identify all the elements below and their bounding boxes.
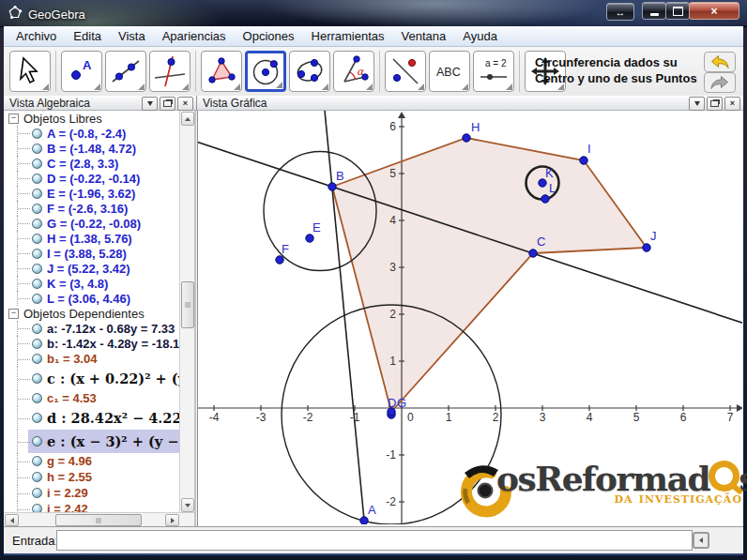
algebra-item-F[interactable]: F = (-2.6, 3.16) — [4, 201, 180, 216]
visibility-marble-icon[interactable] — [32, 219, 42, 229]
visibility-marble-icon[interactable] — [32, 159, 42, 169]
window-swap-button[interactable]: ↔ — [606, 3, 634, 21]
construction-svg[interactable]: -4-3-2-11234567-2-11234560ABCDEFGHIJKL — [198, 111, 742, 524]
point-L[interactable] — [541, 195, 549, 203]
vertical-scroll-thumb[interactable] — [181, 281, 194, 328]
algebra-item-H[interactable]: H = (1.38, 5.76) — [4, 231, 180, 246]
scroll-left-button[interactable] — [5, 514, 19, 526]
tool-polygon[interactable] — [201, 51, 242, 92]
visibility-marble-icon[interactable] — [32, 174, 42, 184]
visibility-marble-icon[interactable] — [32, 393, 42, 403]
window-close-button[interactable]: × — [689, 2, 739, 20]
point-F[interactable] — [276, 256, 283, 264]
algebra-item-b[interactable]: b: -1.42x - 4.28y = -18.1 — [4, 336, 180, 351]
visibility-marble-icon[interactable] — [32, 144, 42, 154]
tool-move[interactable] — [9, 51, 51, 92]
graphics-canvas[interactable]: -4-3-2-11234567-2-11234560ABCDEFGHIJKL o… — [197, 111, 743, 526]
algebra-menu-button[interactable] — [142, 97, 158, 111]
undo-button[interactable] — [704, 52, 736, 72]
tool-circle-center-point[interactable] — [245, 51, 286, 92]
tool-slider[interactable]: a = 2 — [473, 51, 514, 92]
algebra-item-c[interactable]: c : (x + 0.22)² + (y + — [4, 367, 180, 390]
graphics-restore-button[interactable] — [707, 97, 723, 111]
visibility-marble-icon[interactable] — [32, 234, 42, 244]
algebra-item-D[interactable]: D = (-0.22, -0.14) — [4, 171, 180, 186]
point-H[interactable] — [463, 134, 470, 142]
graphics-menu-button[interactable] — [689, 97, 705, 111]
menu-edita[interactable]: Edita — [65, 29, 110, 43]
point-K[interactable] — [539, 179, 546, 187]
tool-angle[interactable]: α — [333, 51, 374, 92]
collapse-toggle-icon[interactable]: − — [8, 114, 19, 124]
algebra-item-a[interactable]: a: -7.12x - 0.68y = 7.33 — [4, 321, 180, 336]
algebra-item-g[interactable]: g = 4.96 — [4, 453, 180, 469]
window-maximize-button[interactable] — [665, 2, 690, 20]
visibility-marble-icon[interactable] — [32, 354, 42, 364]
menu-vista[interactable]: Vista — [110, 29, 154, 43]
menu-herramientas[interactable]: Herramientas — [303, 29, 393, 43]
visibility-marble-icon[interactable] — [32, 413, 42, 423]
algebra-item-b₁[interactable]: b₁ = 3.04 — [4, 351, 180, 367]
algebra-item-d[interactable]: d : 28.42x² − 4.22xy + — [4, 406, 180, 430]
menu-apariencias[interactable]: Apariencias — [154, 29, 235, 43]
algebra-restore-button[interactable] — [160, 97, 175, 111]
algebra-vertical-scrollbar[interactable] — [179, 111, 194, 513]
point-B[interactable] — [328, 183, 336, 190]
algebra-section-objetos-dependientes[interactable]: −Objetos Dependientes — [4, 306, 180, 321]
visibility-marble-icon[interactable] — [32, 324, 42, 334]
algebra-item-e[interactable]: e : (x − 3)² + (y − 4.8 — [4, 430, 180, 453]
algebra-item-K[interactable]: K = (3, 4.8) — [4, 276, 180, 291]
algebra-item-J[interactable]: J = (5.22, 3.42) — [4, 261, 180, 276]
visibility-marble-icon[interactable] — [32, 294, 42, 304]
visibility-marble-icon[interactable] — [32, 472, 42, 482]
algebra-item-C[interactable]: C = (2.8, 3.3) — [4, 156, 180, 171]
collapse-toggle-icon[interactable]: − — [8, 309, 19, 319]
visibility-marble-icon[interactable] — [32, 204, 42, 214]
visibility-marble-icon[interactable] — [32, 456, 42, 466]
menu-ventana[interactable]: Ventana — [393, 29, 455, 43]
algebra-section-objetos-libres[interactable]: −Objetos Libres — [4, 111, 180, 126]
point-J[interactable] — [643, 244, 650, 251]
algebra-item-c₁[interactable]: c₁ = 4.53 — [4, 390, 180, 406]
horizontal-scroll-thumb[interactable] — [55, 514, 142, 526]
point-G[interactable] — [388, 408, 395, 416]
visibility-marble-icon[interactable] — [32, 129, 42, 139]
visibility-marble-icon[interactable] — [32, 249, 42, 259]
algebra-item-A[interactable]: A = (-0.8, -2.4) — [4, 126, 180, 141]
scroll-up-button[interactable] — [181, 112, 194, 126]
scroll-right-button[interactable] — [165, 514, 179, 526]
point-C[interactable] — [529, 250, 537, 257]
graphics-close-button[interactable]: × — [724, 97, 740, 111]
algebra-item-I[interactable]: I = (3.88, 5.28) — [4, 246, 180, 261]
algebra-item-h[interactable]: h = 2.55 — [4, 469, 180, 485]
visibility-marble-icon[interactable] — [32, 264, 42, 274]
tool-point[interactable]: A — [61, 51, 102, 92]
scroll-down-button[interactable] — [181, 498, 194, 512]
window-minimize-button[interactable] — [642, 2, 666, 20]
tool-reflect[interactable] — [385, 51, 426, 92]
visibility-marble-icon[interactable] — [32, 373, 42, 384]
algebra-item-L[interactable]: L = (3.06, 4.46) — [4, 291, 180, 306]
point-I[interactable] — [580, 157, 587, 164]
redo-button[interactable] — [704, 72, 736, 93]
algebra-horizontal-scrollbar[interactable] — [4, 512, 194, 526]
tool-text[interactable]: ABC — [429, 51, 470, 92]
menu-opciones[interactable]: Opciones — [235, 29, 303, 43]
visibility-marble-icon[interactable] — [32, 189, 42, 199]
tool-conic-five-points[interactable] — [289, 51, 330, 92]
entrada-input[interactable] — [56, 530, 693, 551]
tool-line[interactable] — [105, 51, 146, 92]
visibility-marble-icon[interactable] — [32, 436, 42, 446]
algebra-close-button[interactable]: × — [177, 97, 193, 111]
tool-perpendicular-line[interactable] — [149, 51, 191, 92]
visibility-marble-icon[interactable] — [32, 339, 42, 349]
algebra-item-G[interactable]: G = (-0.22, -0.08) — [4, 216, 180, 231]
menu-ayuda[interactable]: Ayuda — [454, 29, 506, 43]
visibility-marble-icon[interactable] — [32, 488, 42, 498]
line-a[interactable] — [325, 111, 366, 524]
point-E[interactable] — [306, 235, 313, 242]
algebra-item-B[interactable]: B = (-1.48, 4.72) — [4, 141, 180, 156]
point-A[interactable] — [360, 517, 368, 524]
visibility-marble-icon[interactable] — [32, 279, 42, 289]
algebra-item-i[interactable]: i = 2.29 — [4, 485, 180, 501]
